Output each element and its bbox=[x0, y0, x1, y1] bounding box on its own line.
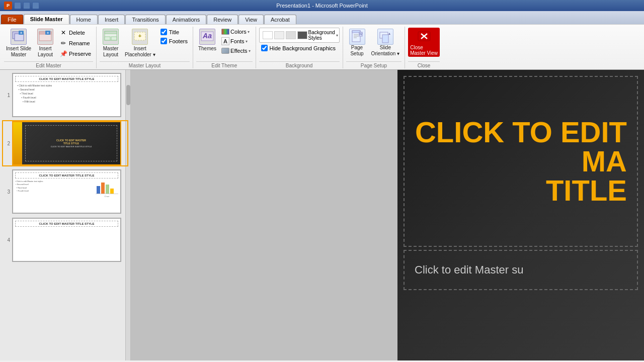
quick-redo-btn[interactable] bbox=[32, 2, 39, 9]
slide-3-chart bbox=[96, 180, 118, 194]
slide-thumb-1-inner: CLICK TO EDIT MASTER TITLE STYLE • Click… bbox=[12, 73, 121, 117]
tab-acrobat[interactable]: Acrobat bbox=[264, 15, 296, 24]
close-master-view-icon bbox=[416, 29, 432, 45]
tab-insert[interactable]: Insert bbox=[98, 15, 125, 24]
slide-3-content: • Click to edit Master text styles • Sec… bbox=[15, 180, 118, 198]
master-layout-icon bbox=[103, 29, 119, 45]
page-setup-buttons: W PageSetup SlideOrientation ▾ bbox=[346, 28, 402, 60]
hide-bg-graphics-checkbox[interactable] bbox=[261, 45, 268, 51]
colors-label: Colors bbox=[230, 29, 247, 35]
insert-placeholder-label: InsertPlaceholder ▾ bbox=[125, 46, 155, 58]
edit-master-small-buttons: ✕ Delete ✏ Rename 📌 Preserve bbox=[57, 28, 93, 59]
slide-thumb-2[interactable]: 2 CLICK TO EDIT MASTERTITLE STYLEClick t… bbox=[2, 120, 128, 166]
theme-dropdowns: Colors ▾ A Fonts ▾ Effects ▾ bbox=[219, 28, 252, 55]
slide-number-2: 2 bbox=[3, 141, 10, 146]
svg-rect-10 bbox=[105, 37, 110, 40]
footers-checkbox-row[interactable]: Footers bbox=[158, 37, 190, 45]
svg-rect-11 bbox=[111, 37, 117, 40]
close-group-label: Close bbox=[408, 61, 440, 68]
svg-text:+: + bbox=[47, 31, 49, 35]
delete-button[interactable]: ✕ Delete bbox=[57, 28, 93, 38]
insert-layout-label: InsertLayout bbox=[38, 46, 53, 58]
footers-checkbox[interactable] bbox=[160, 38, 167, 44]
main-slide-subtitle-area: Click to edit Master su bbox=[404, 250, 638, 290]
rename-button[interactable]: ✏ Rename bbox=[57, 38, 93, 48]
rename-icon: ✏ bbox=[59, 39, 67, 47]
tab-view[interactable]: View bbox=[238, 15, 264, 24]
themes-icon: Aa bbox=[199, 29, 215, 45]
tab-animations[interactable]: Animations bbox=[166, 15, 206, 24]
svg-rect-24 bbox=[382, 35, 388, 43]
colors-swatch bbox=[221, 29, 229, 35]
group-edit-theme: Aa Themes Colors ▾ A Fonts ▾ bbox=[193, 27, 256, 68]
master-layout-label: MasterLayout bbox=[103, 46, 119, 58]
slide-thumb-3[interactable]: 3 CLICK TO EDIT MASTER TITLE STYLE • Cli… bbox=[2, 168, 128, 215]
main-title-line1: CLICK TO EDIT MA bbox=[415, 118, 627, 176]
slide-thumb-4[interactable]: 4 CLICK TO EDIT MASTER TITLE STYLE bbox=[2, 217, 128, 263]
tab-review[interactable]: Review bbox=[207, 15, 238, 24]
themes-button[interactable]: Aa Themes bbox=[196, 28, 218, 53]
slide-1-title: CLICK TO EDIT MASTER TITLE STYLE bbox=[15, 76, 118, 82]
tab-transitions[interactable]: Transitions bbox=[125, 15, 165, 24]
background-buttons: Background Styles ▾ Hide Background Grap… bbox=[259, 28, 340, 60]
main-slide[interactable]: CLICK TO EDIT MA TITLE Click to edit Mas… bbox=[397, 70, 644, 360]
effects-dropdown[interactable]: Effects ▾ bbox=[219, 47, 252, 55]
fonts-icon: A bbox=[221, 37, 229, 45]
quick-undo-btn[interactable] bbox=[23, 2, 30, 9]
title-label: Title bbox=[169, 29, 179, 35]
fonts-dropdown[interactable]: A Fonts ▾ bbox=[219, 36, 252, 46]
insert-placeholder-icon: + bbox=[132, 29, 148, 45]
themes-label: Themes bbox=[198, 46, 216, 52]
quick-save-btn[interactable] bbox=[14, 2, 21, 9]
background-swatches bbox=[263, 31, 307, 39]
tab-home[interactable]: Home bbox=[70, 15, 98, 24]
hide-bg-graphics-label: Hide Background Graphics bbox=[270, 45, 336, 51]
slide-thumb-1[interactable]: 1 CLICK TO EDIT MASTER TITLE STYLE • Cli… bbox=[2, 72, 128, 118]
title-checkbox-row[interactable]: Title bbox=[158, 28, 190, 36]
page-setup-group-label: Page Setup bbox=[346, 61, 402, 68]
page-setup-button[interactable]: W PageSetup bbox=[346, 28, 368, 58]
bg-swatch-2 bbox=[274, 31, 284, 39]
fonts-label: Fonts bbox=[230, 38, 245, 44]
background-styles-caret: ▾ bbox=[336, 33, 338, 38]
group-background: Background Styles ▾ Hide Background Grap… bbox=[256, 27, 343, 68]
colors-dropdown[interactable]: Colors ▾ bbox=[219, 28, 252, 36]
insert-slide-master-button[interactable]: + Insert SlideMaster bbox=[4, 28, 33, 59]
tab-bar: File Slide Master Home Insert Transition… bbox=[0, 11, 644, 24]
background-styles-dropdown[interactable]: Background Styles ▾ bbox=[259, 28, 340, 43]
title-bar-left: P bbox=[4, 2, 39, 10]
chart-label: Chart bbox=[96, 195, 118, 198]
master-layout-button[interactable]: MasterLayout bbox=[100, 28, 122, 59]
group-edit-master: + Insert SlideMaster + bbox=[1, 27, 97, 68]
edit-theme-buttons: Aa Themes Colors ▾ A Fonts ▾ bbox=[196, 28, 253, 60]
title-checkbox[interactable] bbox=[160, 29, 167, 35]
bar-1 bbox=[97, 186, 100, 194]
hide-bg-graphics-row[interactable]: Hide Background Graphics bbox=[259, 44, 338, 52]
bar-2 bbox=[101, 183, 105, 194]
background-group-label: Background bbox=[259, 61, 340, 68]
group-close: CloseMaster View Close bbox=[405, 27, 443, 68]
bar-3 bbox=[106, 185, 109, 194]
insert-placeholder-button[interactable]: + InsertPlaceholder ▾ bbox=[123, 28, 157, 59]
preserve-button[interactable]: 📌 Preserve bbox=[57, 49, 93, 59]
slide-number-4: 4 bbox=[3, 237, 10, 243]
master-layout-buttons: MasterLayout + InsertPlaceholder ▾ Title bbox=[100, 28, 190, 60]
insert-layout-button[interactable]: + InsertLayout bbox=[34, 28, 56, 59]
svg-text:+: + bbox=[138, 33, 141, 39]
edit-master-buttons: + Insert SlideMaster + bbox=[4, 28, 93, 60]
tab-file[interactable]: File bbox=[1, 15, 23, 24]
insert-layout-icon: + bbox=[37, 29, 53, 45]
main-title-line2: TITLE bbox=[415, 176, 627, 205]
title-bar: P Presentation1 - Microsoft PowerPoint bbox=[0, 0, 644, 11]
slide-orientation-button[interactable]: SlideOrientation ▾ bbox=[369, 28, 402, 58]
ribbon: File Slide Master Home Insert Transition… bbox=[0, 11, 644, 70]
svg-text:Aa: Aa bbox=[202, 32, 212, 40]
master-layout-checkboxes: Title Footers bbox=[158, 28, 190, 45]
main-layout: 1 CLICK TO EDIT MASTER TITLE STYLE • Cli… bbox=[0, 70, 644, 360]
colors-caret: ▾ bbox=[248, 30, 250, 34]
tab-slide-master[interactable]: Slide Master bbox=[24, 14, 69, 24]
group-master-layout: MasterLayout + InsertPlaceholder ▾ Title bbox=[97, 27, 193, 68]
close-master-view-button[interactable]: CloseMaster View bbox=[408, 28, 440, 57]
slide-3-chart-area: Chart bbox=[96, 180, 118, 198]
canvas-area: CLICK TO EDIT MA TITLE Click to edit Mas… bbox=[131, 70, 644, 360]
